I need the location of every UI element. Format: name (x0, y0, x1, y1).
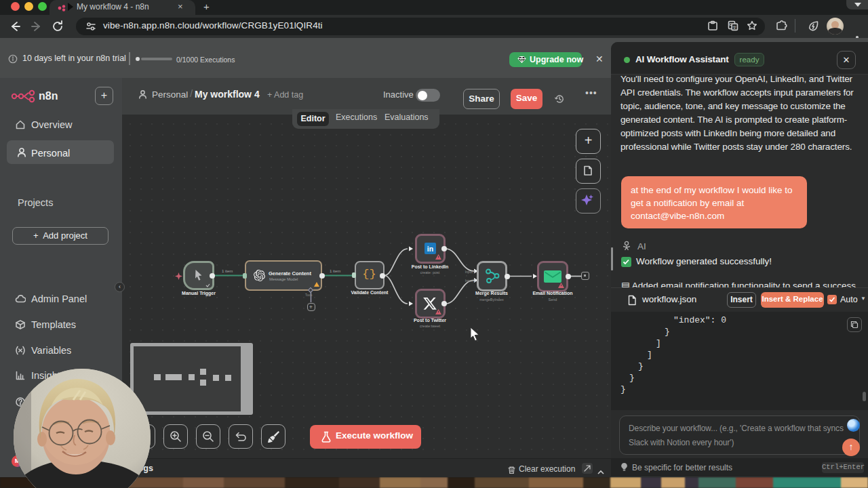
svg-text:文: 文 (732, 25, 736, 30)
